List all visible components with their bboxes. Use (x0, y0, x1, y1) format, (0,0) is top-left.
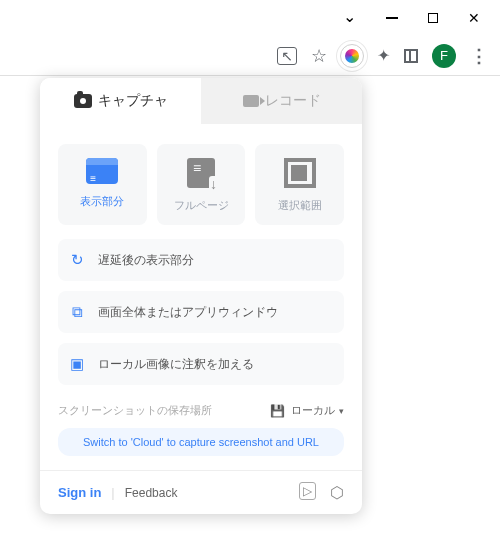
tab-record-label: レコード (265, 92, 321, 110)
option-annotate-local[interactable]: ▣ ローカル画像に注釈を加える (58, 343, 344, 385)
option-visible-label: 表示部分 (58, 194, 147, 209)
browser-toolbar: F (0, 36, 500, 76)
tab-capture-label: キャプチャ (98, 92, 168, 110)
full-page-icon (187, 158, 215, 188)
share-icon[interactable] (277, 47, 297, 65)
storage-selector[interactable]: ローカル (270, 403, 344, 418)
window-dropdown-icon[interactable] (343, 9, 356, 28)
timer-icon: ↻ (68, 251, 86, 269)
settings-icon[interactable] (330, 483, 344, 502)
option-full-page[interactable]: フルページ (157, 144, 246, 225)
maximize-icon[interactable] (428, 13, 438, 23)
delayed-label: 遅延後の表示部分 (98, 252, 194, 269)
tab-capture[interactable]: キャプチャ (40, 78, 201, 124)
bookmark-star-icon[interactable] (311, 45, 327, 67)
option-desktop-capture[interactable]: ⧉ 画面全体またはアプリウィンドウ (58, 291, 344, 333)
option-select-area[interactable]: 選択範囲 (255, 144, 344, 225)
option-full-label: フルページ (157, 198, 246, 213)
option-delayed-capture[interactable]: ↻ 遅延後の表示部分 (58, 239, 344, 281)
camera-icon (74, 94, 92, 108)
tab-record[interactable]: レコード (201, 78, 362, 124)
desktop-icon: ⧉ (68, 303, 86, 321)
footer-divider: | (111, 485, 114, 500)
signin-link[interactable]: Sign in (58, 485, 101, 500)
additional-options: ↻ 遅延後の表示部分 ⧉ 画面全体またはアプリウィンドウ ▣ ローカル画像に注釈… (40, 239, 362, 385)
popup-footer: Sign in | Feedback (40, 470, 362, 514)
menu-icon[interactable] (470, 45, 488, 67)
capture-options: 表示部分 フルページ 選択範囲 (40, 124, 362, 239)
extensions-puzzle-icon[interactable] (377, 46, 390, 65)
close-icon[interactable] (468, 10, 480, 26)
select-area-icon (284, 158, 316, 188)
annotate-label: ローカル画像に注釈を加える (98, 356, 254, 373)
storage-value: ローカル (291, 403, 344, 418)
side-panel-icon[interactable] (404, 49, 418, 63)
option-select-label: 選択範囲 (255, 198, 344, 213)
minimize-icon[interactable] (386, 17, 398, 19)
window-controls (0, 0, 500, 36)
tutorial-icon[interactable] (299, 483, 316, 502)
storage-label: スクリーンショットの保存場所 (58, 403, 212, 418)
desktop-label: 画面全体またはアプリウィンドウ (98, 304, 278, 321)
storage-row: スクリーンショットの保存場所 ローカル (40, 395, 362, 422)
save-disk-icon (270, 404, 285, 418)
profile-avatar[interactable]: F (432, 44, 456, 68)
video-icon (243, 95, 259, 107)
mode-tabs: キャプチャ レコード (40, 78, 362, 124)
visible-area-icon (86, 158, 118, 184)
feedback-link[interactable]: Feedback (125, 486, 178, 500)
extension-icon[interactable] (341, 45, 363, 67)
option-visible-area[interactable]: 表示部分 (58, 144, 147, 225)
extension-popup: キャプチャ レコード 表示部分 フルページ 選択範囲 ↻ 遅延後の表示部分 ⧉ … (40, 78, 362, 514)
image-icon: ▣ (68, 355, 86, 373)
cloud-tip-banner[interactable]: Switch to 'Cloud' to capture screenshot … (58, 428, 344, 456)
